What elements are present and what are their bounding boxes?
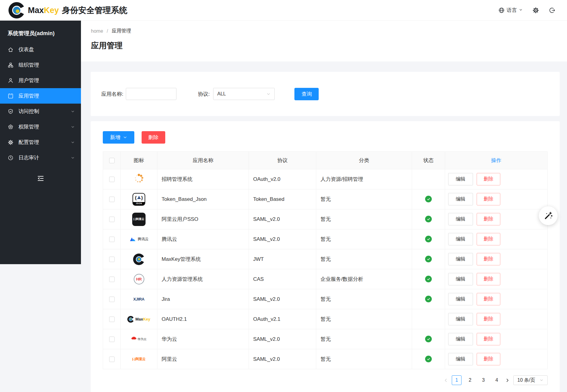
col-header-status: 状态 — [412, 152, 445, 169]
logout-icon[interactable] — [549, 7, 555, 14]
app-protocol: SAML_v2.0 — [253, 236, 280, 242]
row-checkbox[interactable] — [109, 197, 115, 202]
edit-button[interactable]: 编辑 — [448, 333, 473, 345]
delete-button[interactable]: 删除 — [477, 233, 500, 245]
chevron-down-icon — [266, 92, 271, 96]
sidebar-item-config[interactable]: 配置管理 — [0, 135, 81, 150]
app-name-input[interactable] — [126, 88, 176, 100]
sidebar-item-access[interactable]: 访问控制 — [0, 104, 81, 119]
magic-wand-button[interactable] — [539, 206, 558, 225]
delete-button[interactable]: 删除 — [477, 253, 500, 265]
breadcrumb-home[interactable]: home — [91, 28, 103, 34]
page-size-value: 10 条/页 — [517, 377, 535, 384]
shield-icon — [8, 108, 14, 115]
gear-icon — [8, 139, 14, 145]
language-menu[interactable]: 语言 — [498, 7, 523, 14]
delete-button[interactable]: 删除 — [477, 273, 500, 285]
delete-button[interactable]: 删除 — [477, 213, 500, 225]
delete-button[interactable]: 删除 — [477, 353, 500, 365]
page-header: home / 应用管理 应用管理 — [81, 21, 567, 61]
delete-button[interactable]: 删除 — [477, 293, 500, 305]
app-icon-aliyun-dark: (-)阿里云 — [125, 213, 153, 226]
app-icon-recruit — [125, 173, 153, 186]
breadcrumb: home / 应用管理 — [91, 28, 567, 34]
app-category: 暂无 — [320, 236, 331, 242]
row-checkbox[interactable] — [109, 357, 115, 362]
app-protocol: CAS — [253, 276, 264, 282]
app-icon-hr: HR — [125, 274, 153, 284]
app-name: Token_Based_Json — [162, 196, 206, 202]
app-table-panel: 新增 删除 图标 应用名称 协议 — [91, 121, 560, 392]
status-active-icon — [425, 196, 432, 202]
prev-page-button[interactable] — [444, 378, 448, 383]
app-category: 暂无 — [320, 256, 331, 262]
bulk-delete-button[interactable]: 删除 — [142, 131, 165, 144]
maxkey-admin-app: MaxKey身份安全管理系统 语言 系统管理员(admin) 仪表盘组织管理用户… — [0, 0, 567, 392]
sidebar-item-organization[interactable]: 组织管理 — [0, 57, 81, 73]
page-list: 1234 — [452, 375, 502, 385]
navbar-actions: 语言 — [498, 7, 555, 14]
app-protocol: OAuth_v2.0 — [253, 176, 280, 182]
page-button-1[interactable]: 1 — [452, 375, 461, 385]
edit-button[interactable]: 编辑 — [448, 193, 473, 205]
edit-button[interactable]: 编辑 — [448, 353, 473, 365]
next-page-button[interactable] — [505, 378, 510, 383]
table-row: 华为云华为云SAML_v2.0暂无编辑删除 — [103, 329, 548, 349]
row-checkbox[interactable] — [109, 177, 115, 182]
add-button[interactable]: 新增 — [103, 131, 134, 144]
settings-icon[interactable] — [532, 7, 539, 14]
page-button-3[interactable]: 3 — [478, 375, 488, 385]
page-button-4[interactable]: 4 — [492, 375, 502, 385]
home-icon — [8, 47, 14, 53]
row-checkbox[interactable] — [109, 297, 115, 302]
delete-button[interactable]: 删除 — [477, 193, 500, 205]
sidebar-item-applications[interactable]: 应用管理 — [0, 88, 81, 104]
app-name: 阿里云 — [162, 356, 177, 362]
app-icon-aliyun: (-)阿里云 — [125, 357, 153, 361]
edit-button[interactable]: 编辑 — [448, 273, 473, 285]
sidebar-item-dashboard[interactable]: 仪表盘 — [0, 42, 81, 57]
protocol-select[interactable]: ALL — [213, 88, 275, 100]
sidebar-item-label: 访问控制 — [18, 108, 39, 115]
app-category: 暂无 — [320, 316, 331, 322]
sidebar-item-users[interactable]: 用户管理 — [0, 73, 81, 88]
sidebar-item-audit[interactable]: 日志审计 — [0, 150, 81, 165]
search-button[interactable]: 查询 — [294, 88, 319, 100]
app-icon-maxkey-text: MaxKey — [125, 316, 153, 323]
edit-button[interactable]: 编辑 — [448, 233, 473, 245]
row-checkbox[interactable] — [109, 317, 115, 322]
page-button-2[interactable]: 2 — [465, 375, 475, 385]
table-row: MaxKey管理系统JWT暂无编辑删除 — [103, 249, 548, 269]
user-icon — [8, 78, 14, 84]
row-checkbox[interactable] — [109, 237, 115, 242]
row-checkbox[interactable] — [109, 337, 115, 342]
page-size-select[interactable]: 10 条/页 — [513, 375, 548, 385]
row-checkbox[interactable] — [109, 257, 115, 262]
chevron-down-icon — [71, 109, 75, 114]
select-all-checkbox[interactable] — [109, 158, 115, 163]
sidebar-menu: 仪表盘组织管理用户管理应用管理访问控制权限管理配置管理日志审计 — [0, 42, 81, 165]
globe-icon — [498, 7, 505, 14]
edit-button[interactable]: 编辑 — [448, 313, 473, 325]
delete-button[interactable]: 删除 — [477, 333, 500, 345]
row-checkbox[interactable] — [109, 217, 115, 222]
app-icon-tencent: 腾讯云 — [125, 236, 153, 242]
edit-button[interactable]: 编辑 — [448, 213, 473, 225]
table-toolbar: 新增 删除 — [103, 131, 548, 144]
sidebar-item-label: 组织管理 — [18, 61, 39, 68]
menu-fold-icon[interactable] — [37, 174, 45, 182]
app-category: 暂无 — [320, 296, 331, 302]
app-name: 招聘管理系统 — [162, 176, 193, 182]
row-checkbox[interactable] — [109, 277, 115, 282]
app-icon-json: {}JSON — [125, 193, 153, 206]
edit-button[interactable]: 编辑 — [448, 253, 473, 265]
delete-button[interactable]: 删除 — [477, 173, 500, 185]
delete-button[interactable]: 删除 — [477, 313, 500, 325]
edit-button[interactable]: 编辑 — [448, 173, 473, 185]
edit-button[interactable]: 编辑 — [448, 293, 473, 305]
table-row: 腾讯云腾讯云SAML_v2.0暂无编辑删除 — [103, 229, 548, 249]
app-name-label: 应用名称: — [101, 91, 123, 98]
sidebar-item-label: 配置管理 — [18, 139, 39, 146]
chevron-down-icon — [71, 156, 75, 160]
sidebar-item-permissions[interactable]: 权限管理 — [0, 119, 81, 135]
